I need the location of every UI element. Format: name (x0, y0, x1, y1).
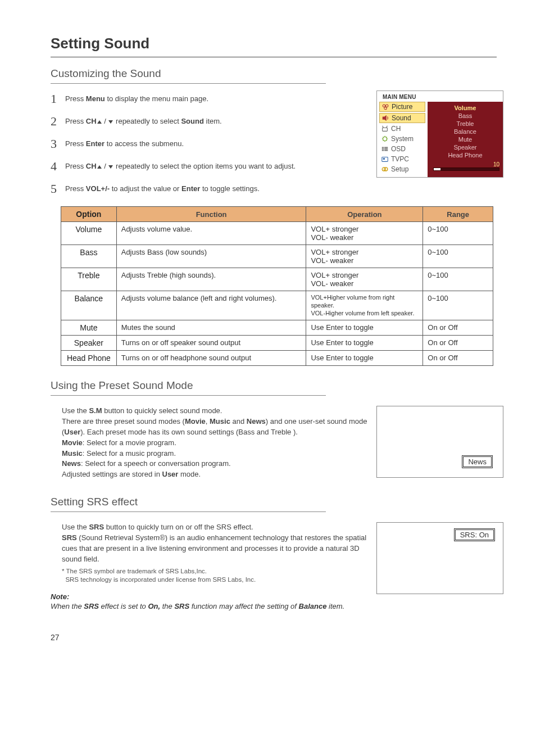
steps-list: 1Press Menu to display the menu main pag… (51, 94, 368, 196)
th-option: Option (61, 207, 117, 222)
svg-rect-9 (384, 148, 388, 150)
osd-menu-item: TVPC (379, 155, 425, 164)
cell-operation: VOL+ strongerVOL- weaker (306, 222, 423, 245)
step-text: Press Enter to access the submenu. (65, 139, 184, 149)
osd-sub-item: Balance (431, 128, 499, 135)
step-text: Press Menu to display the menu main page… (65, 94, 208, 104)
step-item: 3Press Enter to access the submenu. (51, 139, 368, 151)
cell-function: Adjusts Treble (high sounds). (116, 268, 306, 291)
table-row: SpeakerTurns on or off speaker sound out… (61, 336, 493, 351)
osd-menu-item: Picture (379, 102, 425, 112)
osd-slider-fill (434, 168, 440, 170)
step-number: 1 (51, 93, 65, 105)
title-rule (51, 57, 497, 57)
osd-sub-volume: Volume (431, 104, 499, 112)
osd-menu-label: TVPC (391, 155, 409, 163)
arrow-down-icon (108, 120, 113, 124)
step-text: Press VOL+/- to adjust the value or Ente… (65, 184, 260, 194)
cell-operation: VOL+ strongerVOL- weaker (306, 245, 423, 268)
section-rule (51, 83, 326, 84)
svg-rect-7 (382, 150, 384, 151)
options-table: Option Function Operation Range VolumeAd… (61, 206, 493, 366)
step-number: 3 (51, 138, 65, 150)
cell-option: Head Phone (61, 351, 117, 366)
cell-option: Speaker (61, 336, 117, 351)
cell-option: Treble (61, 268, 117, 291)
cell-option: Balance (61, 291, 117, 320)
svg-rect-6 (382, 148, 384, 150)
svg-point-1 (385, 105, 388, 107)
section-preset-heading: Using the Preset Sound Mode (51, 379, 497, 392)
cell-option: Bass (61, 245, 117, 268)
preset-side-label: News (463, 456, 492, 467)
cell-function: Turns on or off headphone sound output (116, 351, 306, 366)
cell-range: 0~100 (423, 268, 493, 291)
th-range: Range (423, 207, 493, 222)
osd-menu-item: Sound (379, 113, 425, 123)
section-srs-heading: Setting SRS effect (51, 496, 497, 508)
table-row: BalanceAdjusts volume balance (left and … (61, 291, 493, 320)
table-row: MuteMutes the soundUse Enter to toggleOn… (61, 320, 493, 336)
page-title: Setting Sound (51, 35, 497, 52)
section-rule (51, 395, 326, 396)
cell-operation: Use Enter to toggle (306, 320, 423, 336)
step-item: 2Press CH / repeatedly to select Sound i… (51, 116, 368, 129)
section-customize-heading: Customizing the Sound (51, 67, 497, 80)
cell-range: On or Off (423, 336, 493, 351)
osd-sub-item: Speaker (431, 143, 499, 151)
table-row: Head PhoneTurns on or off headphone soun… (61, 351, 493, 366)
preset-side-box: News (376, 406, 503, 478)
osd-menu-item: OSD (379, 144, 425, 153)
osd-sub-item: Treble (431, 120, 499, 128)
page-number: 27 (51, 633, 497, 642)
cell-function: Adjusts volume balance (left and right v… (116, 291, 306, 320)
step-text: Press CH / repeatedly to select Sound it… (65, 116, 222, 126)
cell-range: 0~100 (423, 291, 493, 320)
cell-function: Adjusts Bass (low sounds) (116, 245, 306, 268)
osd-menu-icon (381, 165, 389, 173)
osd-menu-label: Setup (391, 165, 408, 173)
cell-operation: VOL+Higher volume from right speaker.VOL… (306, 291, 423, 320)
cell-operation: Use Enter to toggle (306, 351, 423, 366)
svg-rect-12 (383, 158, 385, 160)
osd-menu-icon (381, 145, 389, 153)
osd-menu-label: OSD (391, 145, 406, 153)
step-item: 5Press VOL+/- to adjust the value or Ent… (51, 184, 368, 196)
osd-menu-item: CH (379, 124, 425, 133)
srs-side-label: SRS: On (455, 529, 494, 540)
osd-menu-label: CH (391, 125, 401, 133)
osd-menu-item: Setup (379, 165, 425, 174)
cell-operation: VOL+ strongerVOL- weaker (306, 268, 423, 291)
svg-rect-5 (382, 147, 384, 148)
table-row: BassAdjusts Bass (low sounds)VOL+ strong… (61, 245, 493, 268)
svg-point-2 (384, 107, 387, 109)
cell-function: Mutes the sound (116, 320, 306, 336)
osd-menu-icon (381, 114, 389, 122)
osd-sub-item: Head Phone (431, 151, 499, 159)
arrow-up-icon (97, 165, 102, 169)
cell-range: 0~100 (423, 245, 493, 268)
osd-submenu: Volume BassTrebleBalanceMuteSpeakerHead … (428, 102, 503, 177)
arrow-down-icon (108, 165, 113, 169)
osd-menu-icon (381, 135, 389, 143)
osd-main-menu-panel: MAIN MENU PictureSoundCHSystemOSDTVPCSet… (376, 90, 503, 178)
cell-range: 0~100 (423, 222, 493, 245)
osd-sub-item: Mute (431, 135, 499, 143)
osd-menu-icon (381, 103, 389, 111)
step-number: 5 (51, 183, 65, 195)
step-number: 2 (51, 115, 65, 128)
srs-body: Use the SRS button to quickly turn on or… (62, 522, 379, 564)
osd-menu-label: Sound (392, 114, 411, 122)
preset-body: Use the S.M button to quickly select sou… (62, 406, 379, 480)
step-text: Press CH / repeatedly to select the opti… (65, 161, 296, 171)
table-row: TrebleAdjusts Treble (high sounds).VOL+ … (61, 268, 493, 291)
table-row: VolumeAdjusts volume value.VOL+ stronger… (61, 222, 493, 245)
osd-menu-icon (381, 125, 389, 133)
osd-menu-item: System (379, 134, 425, 143)
cell-option: Volume (61, 222, 117, 245)
svg-rect-10 (384, 150, 388, 151)
srs-side-box: SRS: On (376, 522, 503, 594)
cell-operation: Use Enter to toggle (306, 336, 423, 351)
svg-point-0 (383, 105, 385, 107)
th-operation: Operation (306, 207, 423, 222)
